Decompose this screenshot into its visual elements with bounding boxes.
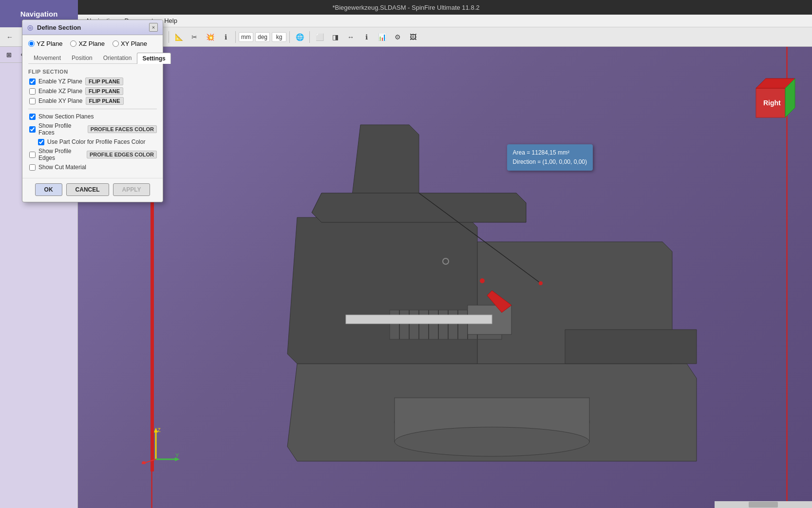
- define-section-dialog: ◎ Define Section × YZ Plane XZ Plane XY …: [22, 20, 163, 202]
- dialog-footer: OK CANCEL APPLY: [22, 178, 163, 202]
- enable-xy-label: Enable XY Plane: [38, 98, 83, 104]
- show-cut-material-row: Show Cut Material: [28, 164, 157, 171]
- info-tooltip: Area = 11284,15 mm² Direction = (1,00, 0…: [507, 144, 593, 171]
- show-profile-faces-label: Show Profile Faces: [38, 122, 85, 136]
- profile-faces-color-badge[interactable]: PROFILE FACES COLOR: [88, 125, 157, 133]
- svg-marker-4: [312, 193, 526, 222]
- settings-button[interactable]: ⚙: [391, 30, 404, 44]
- xy-plane-radio[interactable]: XY Plane: [113, 40, 147, 47]
- section-button[interactable]: ✂: [188, 30, 201, 44]
- tab-orientation[interactable]: Orientation: [98, 52, 137, 63]
- show-profile-faces-checkbox[interactable]: [29, 126, 36, 133]
- svg-text:Z: Z: [157, 427, 161, 433]
- scrollbar-horizontal[interactable]: [715, 501, 812, 508]
- show-section-planes-checkbox[interactable]: [29, 114, 36, 120]
- show-profile-faces-row: Show Profile Faces PROFILE FACES COLOR: [28, 122, 157, 136]
- info-button[interactable]: ℹ: [359, 30, 373, 44]
- menu-help[interactable]: Help: [164, 17, 177, 24]
- xz-plane-radio[interactable]: XZ Plane: [70, 40, 104, 47]
- show-profile-edges-checkbox[interactable]: [29, 152, 36, 158]
- enable-xy-checkbox[interactable]: [29, 98, 36, 104]
- enable-yz-label: Enable YZ Plane: [38, 78, 82, 85]
- use-part-color-checkbox[interactable]: [38, 139, 44, 145]
- sidebar-grid-icon[interactable]: ⊞: [3, 49, 15, 60]
- show-profile-edges-row: Show Profile Edges PROFILE EDGES COLOR: [28, 148, 157, 161]
- viewport[interactable]: Area = 11284,15 mm² Direction = (1,00, 0…: [78, 47, 812, 508]
- coordinate-axes: Z Y: [141, 425, 180, 464]
- dialog-titlebar: ◎ Define Section ×: [22, 20, 163, 35]
- undo-button[interactable]: ←: [3, 30, 17, 44]
- enable-xy-row: Enable XY Plane FLIP PLANE: [28, 97, 157, 105]
- yz-plane-radio[interactable]: YZ Plane: [28, 40, 62, 47]
- unit-kg[interactable]: kg: [272, 32, 286, 42]
- dialog-tabs: Movement Position Orientation Settings: [28, 52, 157, 64]
- enable-xz-checkbox[interactable]: [29, 88, 36, 95]
- unit-mm[interactable]: mm: [239, 32, 253, 42]
- dialog-title: Define Section: [37, 24, 145, 31]
- unit-deg[interactable]: deg: [255, 32, 270, 42]
- tooltip-line1: Area = 11284,15 mm²: [513, 148, 587, 157]
- explode-button[interactable]: 💥: [203, 30, 217, 44]
- use-part-color-row: Use Part Color for Profile Faces Color: [28, 138, 157, 145]
- tab-position[interactable]: Position: [66, 52, 98, 63]
- show-cut-material-label: Show Cut Material: [38, 164, 86, 171]
- enable-xz-label: Enable XZ Plane: [38, 88, 82, 95]
- yz-radio-input[interactable]: [28, 40, 35, 47]
- titlebar: *Biegewerkzeug.SLDASM - SpinFire Ultimat…: [0, 0, 812, 15]
- dialog-body: YZ Plane XZ Plane XY Plane Movement Posi…: [22, 35, 163, 178]
- export-button[interactable]: 🖼: [406, 30, 420, 44]
- svg-marker-5: [565, 330, 697, 364]
- svg-marker-1: [287, 217, 477, 364]
- measure-button[interactable]: 📐: [172, 30, 186, 44]
- apply-button[interactable]: APPLY: [113, 183, 151, 196]
- svg-point-21: [480, 278, 485, 283]
- enable-yz-checkbox[interactable]: [29, 78, 36, 85]
- xz-radio-input[interactable]: [70, 40, 76, 47]
- dialog-close-button[interactable]: ×: [149, 23, 158, 32]
- xy-radio-input[interactable]: [113, 40, 119, 47]
- view-iso-button[interactable]: ◨: [328, 30, 342, 44]
- enable-yz-row: Enable YZ Plane FLIP PLANE: [28, 78, 157, 85]
- plane-selection: YZ Plane XZ Plane XY Plane: [28, 40, 157, 47]
- tab-movement[interactable]: Movement: [28, 52, 66, 63]
- flip-yz-button[interactable]: FLIP PLANE: [85, 78, 123, 85]
- xz-plane-label: XZ Plane: [78, 40, 104, 47]
- profile-edges-color-badge[interactable]: PROFILE EDGES COLOR: [87, 151, 157, 158]
- flip-xy-button[interactable]: FLIP PLANE: [86, 97, 124, 105]
- pmi-button[interactable]: ℹ: [219, 30, 232, 44]
- show-cut-material-checkbox[interactable]: [29, 164, 36, 171]
- tooltip-line2: Direction = (1,00, 0,00, 0,00): [513, 157, 587, 167]
- tab-settings[interactable]: Settings: [137, 53, 170, 64]
- globe-button[interactable]: 🌐: [293, 30, 306, 44]
- flip-xz-button[interactable]: FLIP PLANE: [85, 87, 123, 95]
- flip-section-label: FLIP SECTION: [28, 69, 157, 75]
- view-fit-button[interactable]: ↔: [344, 30, 358, 44]
- svg-rect-20: [346, 315, 492, 324]
- orientation-cube[interactable]: Right: [754, 76, 802, 125]
- use-part-color-label: Use Part Color for Profile Faces Color: [47, 138, 145, 145]
- enable-xz-row: Enable XZ Plane FLIP PLANE: [28, 87, 157, 95]
- cancel-button[interactable]: CANCEL: [66, 183, 109, 196]
- show-section-planes-label: Show Section Planes: [38, 113, 94, 120]
- show-profile-edges-label: Show Profile Edges: [38, 148, 84, 161]
- model-3d: [78, 47, 812, 508]
- view-standard-button[interactable]: ⬜: [313, 30, 326, 44]
- xy-plane-label: XY Plane: [121, 40, 147, 47]
- ok-button[interactable]: OK: [35, 183, 62, 196]
- yz-plane-label: YZ Plane: [37, 40, 62, 47]
- svg-point-8: [395, 427, 589, 456]
- titlebar-text: *Biegewerkzeug.SLDASM - SpinFire Ultimat…: [332, 4, 479, 11]
- chart-button[interactable]: 📊: [375, 30, 389, 44]
- svg-text:Right: Right: [763, 99, 781, 107]
- show-section-planes-row: Show Section Planes: [28, 113, 157, 120]
- dialog-icon: ◎: [27, 23, 33, 31]
- svg-point-38: [142, 461, 146, 464]
- svg-text:Y: Y: [175, 452, 179, 458]
